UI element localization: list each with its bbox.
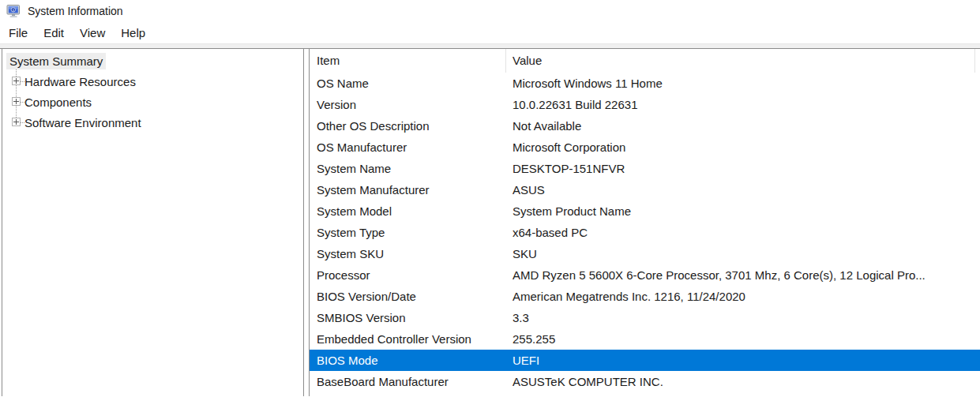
table-row-processor[interactable]: ProcessorAMD Ryzen 5 5600X 6-Core Proces…: [310, 264, 980, 286]
value-cell: American Megatrends Inc. 1216, 11/24/202…: [506, 286, 980, 307]
table-row-system-name[interactable]: System NameDESKTOP-151NFVR: [310, 158, 980, 179]
item-cell: System Type: [310, 222, 506, 243]
details-header: Item Value: [310, 49, 980, 73]
column-header-value[interactable]: Value: [506, 49, 975, 73]
expand-plus-icon[interactable]: [12, 97, 21, 106]
value-cell: Not Available: [506, 115, 980, 137]
table-row-system-manufacturer[interactable]: System ManufacturerASUS: [310, 179, 980, 200]
tree-item-components[interactable]: Components: [2, 92, 303, 112]
table-row-version[interactable]: Version10.0.22631 Build 22631: [310, 94, 980, 115]
tree-item-system-summary[interactable]: System Summary: [2, 51, 303, 71]
table-row-embedded-controller-version[interactable]: Embedded Controller Version255.255: [310, 328, 980, 350]
menu-file[interactable]: File: [1, 24, 36, 42]
tree-item-hardware-resources[interactable]: Hardware Resources: [2, 71, 303, 92]
table-row-bios-mode[interactable]: BIOS ModeUEFI: [310, 350, 980, 371]
value-cell: UEFI: [506, 350, 980, 371]
value-cell: ASUSTeK COMPUTER INC.: [506, 371, 980, 392]
item-cell: System SKU: [310, 243, 506, 264]
item-cell: OS Manufacturer: [310, 137, 506, 158]
item-cell: Embedded Controller Version: [310, 328, 506, 350]
tree-item-label: Hardware Resources: [24, 75, 136, 88]
menu-bar: FileEditViewHelp: [0, 22, 980, 43]
title-bar: System Information: [0, 0, 980, 22]
item-cell: System Name: [310, 158, 506, 179]
item-cell: BaseBoard Manufacturer: [310, 371, 506, 392]
value-cell: AMD Ryzen 5 5600X 6-Core Processor, 3701…: [506, 264, 980, 286]
value-cell: 3.3: [506, 307, 980, 328]
item-cell: OS Name: [310, 73, 506, 94]
value-cell: 10.0.22631 Build 22631: [506, 94, 980, 115]
tree-item-software-environment[interactable]: Software Environment: [2, 112, 303, 133]
value-cell: System Product Name: [506, 200, 980, 222]
table-row-system-type[interactable]: System Typex64-based PC: [310, 222, 980, 243]
window-title: System Information: [28, 5, 123, 17]
content-area: System SummaryHardware ResourcesComponen…: [0, 48, 980, 396]
value-cell: 255.255: [506, 328, 980, 350]
value-cell: ASUS: [506, 179, 980, 200]
table-row-os-manufacturer[interactable]: OS ManufacturerMicrosoft Corporation: [310, 137, 980, 158]
details-rows: OS NameMicrosoft Windows 11 HomeVersion1…: [310, 73, 980, 392]
tree-item-label: Software Environment: [24, 116, 141, 129]
item-cell: Processor: [310, 264, 506, 286]
table-row-bios-version-date[interactable]: BIOS Version/DateAmerican Megatrends Inc…: [310, 286, 980, 307]
menu-help[interactable]: Help: [113, 24, 153, 42]
expand-plus-icon[interactable]: [12, 118, 21, 126]
tree-item-label: Components: [24, 96, 92, 109]
value-cell: x64-based PC: [506, 222, 980, 243]
table-row-system-sku[interactable]: System SKUSKU: [310, 243, 980, 264]
value-cell: SKU: [506, 243, 980, 264]
menu-view[interactable]: View: [72, 24, 113, 42]
table-row-system-model[interactable]: System ModelSystem Product Name: [310, 200, 980, 222]
item-cell: BIOS Mode: [310, 350, 506, 371]
category-tree-panel: System SummaryHardware ResourcesComponen…: [2, 49, 304, 396]
item-cell: Other OS Description: [310, 115, 506, 137]
value-cell: Microsoft Windows 11 Home: [506, 73, 980, 94]
details-panel: Item Value OS NameMicrosoft Windows 11 H…: [309, 49, 980, 396]
item-cell: BIOS Version/Date: [310, 286, 506, 307]
item-cell: SMBIOS Version: [310, 307, 506, 328]
table-row-smbios-version[interactable]: SMBIOS Version3.3: [310, 307, 980, 328]
item-cell: Version: [310, 94, 506, 115]
item-cell: System Manufacturer: [310, 179, 506, 200]
value-cell: Microsoft Corporation: [506, 137, 980, 158]
system-information-icon[interactable]: [6, 4, 21, 19]
menu-edit[interactable]: Edit: [36, 24, 72, 42]
table-row-other-os-description[interactable]: Other OS DescriptionNot Available: [310, 115, 980, 137]
category-tree: System SummaryHardware ResourcesComponen…: [2, 49, 303, 133]
column-header-item[interactable]: Item: [310, 49, 506, 73]
table-row-baseboard-manufacturer[interactable]: BaseBoard ManufacturerASUSTeK COMPUTER I…: [310, 371, 980, 392]
value-cell: DESKTOP-151NFVR: [506, 158, 980, 179]
expand-plus-icon[interactable]: [12, 77, 21, 85]
table-row-os-name[interactable]: OS NameMicrosoft Windows 11 Home: [310, 73, 980, 94]
tree-item-label: System Summary: [6, 53, 106, 69]
item-cell: System Model: [310, 200, 506, 222]
